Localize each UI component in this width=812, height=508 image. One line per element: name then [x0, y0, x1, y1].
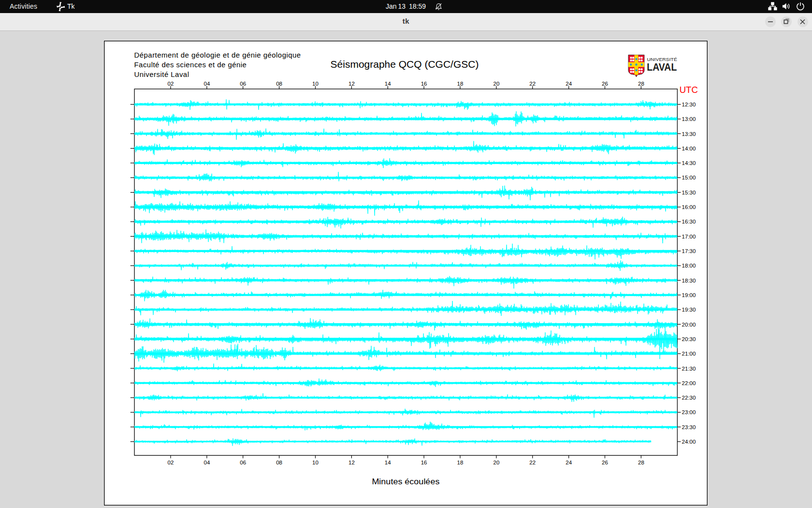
svg-text:Département de géologie et de: Département de géologie et de génie géol…	[134, 51, 301, 59]
svg-text:02: 02	[168, 80, 174, 87]
svg-text:28: 28	[638, 80, 644, 87]
svg-text:20:30: 20:30	[682, 336, 696, 342]
svg-text:15:00: 15:00	[682, 174, 696, 180]
svg-text:16:00: 16:00	[682, 204, 696, 210]
svg-text:08: 08	[276, 80, 282, 87]
svg-text:12: 12	[348, 459, 355, 465]
svg-text:26: 26	[602, 459, 608, 465]
svg-text:06: 06	[240, 80, 246, 87]
svg-text:22: 22	[529, 80, 536, 87]
svg-text:10: 10	[312, 459, 319, 465]
svg-text:17:30: 17:30	[682, 248, 696, 254]
svg-text:08: 08	[276, 459, 282, 465]
svg-text:24:00: 24:00	[682, 438, 696, 445]
svg-text:26: 26	[602, 80, 608, 87]
svg-text:Minutes écoulées: Minutes écoulées	[372, 477, 439, 486]
svg-text:20: 20	[493, 80, 499, 87]
svg-text:10: 10	[312, 80, 319, 87]
svg-text:24: 24	[566, 459, 572, 465]
svg-text:17:00: 17:00	[682, 233, 696, 239]
svg-text:18: 18	[457, 80, 464, 87]
svg-text:14:30: 14:30	[682, 160, 696, 166]
svg-text:LAVAL: LAVAL	[647, 61, 677, 73]
svg-text:22:30: 22:30	[682, 394, 696, 401]
svg-text:14: 14	[385, 80, 391, 87]
svg-text:Faculté des sciences et de gén: Faculté des sciences et de génie	[134, 60, 247, 69]
svg-text:04: 04	[203, 80, 210, 87]
svg-text:22:00: 22:00	[682, 380, 696, 386]
svg-text:13:30: 13:30	[682, 131, 696, 137]
svg-text:24: 24	[566, 80, 572, 87]
svg-text:Université Laval: Université Laval	[134, 70, 189, 78]
svg-text:21:30: 21:30	[682, 365, 696, 372]
svg-text:04: 04	[203, 459, 210, 465]
svg-text:Séismographe QCQ (CGC/GSC): Séismographe QCQ (CGC/GSC)	[331, 59, 479, 70]
svg-text:06: 06	[240, 459, 246, 465]
svg-text:12: 12	[348, 80, 355, 87]
svg-text:UTC: UTC	[680, 85, 698, 95]
svg-text:20:00: 20:00	[682, 321, 696, 328]
svg-text:13:00: 13:00	[682, 116, 696, 122]
svg-text:16: 16	[421, 80, 427, 87]
svg-text:21:00: 21:00	[682, 350, 696, 357]
svg-text:12:30: 12:30	[682, 101, 696, 107]
svg-text:20: 20	[493, 459, 499, 465]
svg-text:18:30: 18:30	[682, 277, 696, 284]
svg-text:28: 28	[638, 459, 644, 465]
svg-text:14:00: 14:00	[682, 145, 696, 151]
svg-text:16: 16	[421, 459, 427, 465]
svg-text:23:30: 23:30	[682, 424, 696, 430]
svg-text:15:30: 15:30	[682, 189, 696, 195]
svg-text:23:00: 23:00	[682, 409, 696, 415]
svg-text:18: 18	[457, 459, 464, 465]
svg-text:02: 02	[168, 459, 174, 465]
svg-text:16:30: 16:30	[682, 218, 696, 224]
svg-text:14: 14	[385, 459, 391, 465]
svg-text:22: 22	[529, 459, 536, 465]
svg-text:18:00: 18:00	[682, 262, 696, 269]
svg-text:19:00: 19:00	[682, 292, 696, 298]
svg-text:19:30: 19:30	[682, 306, 696, 313]
